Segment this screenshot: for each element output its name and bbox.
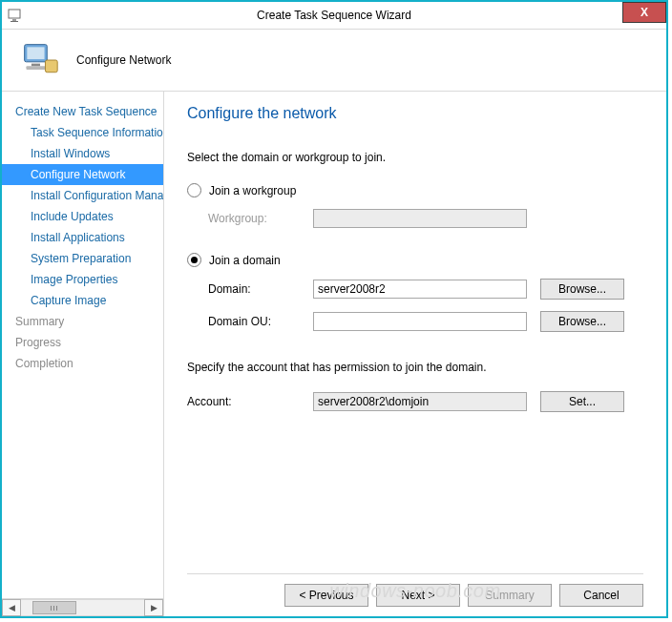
sidebar-item-label: Include Updates — [31, 210, 114, 223]
sidebar-item-summary[interactable]: Summary — [2, 311, 163, 332]
workgroup-input — [313, 209, 527, 228]
chevron-right-icon: ▶ — [151, 603, 158, 612]
sidebar-item-image-properties[interactable]: Image Properties — [2, 269, 163, 290]
domain-label: Domain: — [208, 282, 313, 296]
sidebar-item-capture-image[interactable]: Capture Image — [2, 290, 163, 311]
account-input — [313, 392, 527, 411]
sidebar-item-configure-network[interactable]: Configure Network — [2, 164, 163, 185]
sidebar-scrollbar[interactable]: ◀ III ▶ — [2, 598, 163, 616]
banner-title: Configure Network — [76, 53, 171, 67]
sidebar-item-label: System Preparation — [31, 252, 131, 265]
thumb-grip-icon: III — [50, 604, 59, 612]
wizard-window: Create Task Sequence Wizard X Configure … — [0, 0, 668, 618]
chevron-left-icon: ◀ — [9, 603, 15, 612]
domain-browse-button[interactable]: Browse... — [540, 279, 624, 300]
domain-input[interactable] — [313, 280, 527, 299]
sidebar-item-install-windows[interactable]: Install Windows — [2, 143, 163, 164]
domain-ou-field-row: Domain OU: Browse... — [208, 311, 643, 332]
sidebar-item-create-new-task-sequence[interactable]: Create New Task Sequence — [2, 101, 163, 122]
footer: windows-noob.com < Previous Next > Summa… — [187, 573, 643, 607]
domain-ou-input[interactable] — [313, 312, 527, 331]
scroll-thumb[interactable]: III — [32, 601, 76, 614]
domain-radio-label: Join a domain — [209, 254, 281, 267]
sidebar-item-label: Install Applications — [31, 231, 125, 244]
svg-rect-1 — [12, 19, 16, 21]
page-heading: Configure the network — [187, 105, 643, 122]
sidebar-item-install-configuration-manager[interactable]: Install Configuration Manager — [2, 185, 163, 206]
banner: Configure Network — [2, 30, 666, 92]
sidebar-item-system-preparation[interactable]: System Preparation — [2, 248, 163, 269]
scroll-track[interactable]: III — [21, 599, 144, 616]
workgroup-radio[interactable] — [187, 183, 201, 197]
domain-radio[interactable] — [187, 253, 201, 267]
sidebar-item-task-sequence-information[interactable]: Task Sequence Information — [2, 122, 163, 143]
window-title: Create Task Sequence Wizard — [2, 9, 666, 22]
sidebar-item-label: Completion — [15, 357, 74, 370]
svg-rect-0 — [9, 10, 20, 18]
sidebar-item-install-applications[interactable]: Install Applications — [2, 227, 163, 248]
workgroup-radio-row[interactable]: Join a workgroup — [187, 183, 643, 197]
svg-rect-6 — [26, 66, 45, 70]
previous-button[interactable]: < Previous — [284, 584, 368, 607]
workgroup-label: Workgroup: — [208, 212, 313, 225]
workgroup-radio-label: Join a workgroup — [209, 184, 296, 197]
account-label: Account: — [187, 395, 313, 408]
cancel-button[interactable]: Cancel — [559, 584, 643, 607]
sidebar-item-include-updates[interactable]: Include Updates — [2, 206, 163, 227]
sidebar-item-label: Install Windows — [31, 147, 110, 160]
sidebar-list: Create New Task SequenceTask Sequence In… — [2, 101, 163, 598]
sidebar-item-label: Task Sequence Information — [31, 126, 163, 139]
next-button[interactable]: Next > — [376, 584, 460, 607]
close-icon: X — [640, 6, 648, 19]
sidebar-item-label: Capture Image — [31, 294, 106, 307]
scroll-left-button[interactable]: ◀ — [2, 599, 21, 616]
titlebar: Create Task Sequence Wizard X — [2, 2, 666, 30]
domain-radio-row[interactable]: Join a domain — [187, 253, 643, 267]
domain-ou-browse-button[interactable]: Browse... — [540, 311, 624, 332]
domain-ou-label: Domain OU: — [208, 315, 313, 328]
sidebar-item-completion[interactable]: Completion — [2, 353, 163, 374]
svg-rect-7 — [45, 60, 57, 73]
account-intro: Specify the account that has permission … — [187, 361, 643, 374]
sidebar-item-label: Install Configuration Manager — [31, 189, 163, 202]
account-set-button[interactable]: Set... — [540, 391, 624, 412]
svg-rect-5 — [32, 64, 40, 67]
svg-rect-2 — [10, 21, 18, 22]
sidebar-item-label: Progress — [15, 336, 61, 349]
scroll-right-button[interactable]: ▶ — [144, 599, 163, 616]
summary-button: Summary — [468, 584, 552, 607]
sidebar-item-label: Configure Network — [31, 168, 125, 181]
close-button[interactable]: X — [622, 2, 666, 23]
app-icon — [8, 8, 23, 23]
domain-field-row: Domain: Browse... — [208, 279, 643, 300]
computer-network-icon — [19, 41, 61, 79]
sidebar-item-label: Image Properties — [31, 273, 117, 286]
svg-rect-4 — [27, 47, 44, 59]
sidebar-item-label: Summary — [15, 315, 64, 328]
sidebar: Create New Task SequenceTask Sequence In… — [2, 92, 164, 616]
content: Configure the network Select the domain … — [164, 92, 666, 616]
sidebar-item-progress[interactable]: Progress — [2, 332, 163, 353]
account-field-row: Account: Set... — [187, 391, 643, 412]
workgroup-field-row: Workgroup: — [208, 209, 643, 228]
body: Create New Task SequenceTask Sequence In… — [2, 92, 666, 616]
section-intro: Select the domain or workgroup to join. — [187, 151, 643, 164]
sidebar-item-label: Create New Task Sequence — [15, 105, 158, 118]
